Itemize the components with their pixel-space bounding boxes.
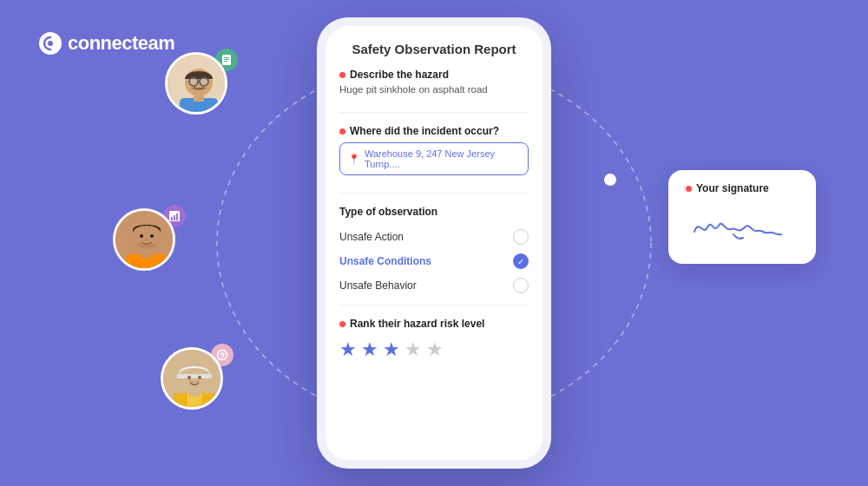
report-title: Safety Observation Report bbox=[339, 42, 529, 56]
avatar-2-image bbox=[113, 208, 175, 271]
obs-unsafe-behavior-radio[interactable] bbox=[513, 278, 529, 293]
obs-unsafe-conditions-text: Unsafe Conditions bbox=[339, 255, 431, 267]
star-1[interactable]: ★ bbox=[339, 338, 357, 361]
obs-unsafe-behavior-text: Unsafe Behavior bbox=[339, 279, 417, 292]
avatar-2 bbox=[113, 208, 182, 278]
stars-row: ★ ★ ★ ★ ★ bbox=[339, 338, 529, 361]
star-2[interactable]: ★ bbox=[361, 338, 378, 361]
avatar-1-image bbox=[165, 52, 227, 115]
svg-point-33 bbox=[187, 376, 191, 379]
svg-rect-6 bbox=[224, 61, 227, 62]
incident-dot bbox=[339, 128, 345, 135]
svg-rect-4 bbox=[224, 57, 229, 58]
incident-label: Where did the incident occur? bbox=[339, 125, 529, 137]
svg-rect-28 bbox=[174, 393, 187, 410]
logo: connecteam bbox=[38, 31, 174, 56]
obs-unsafe-conditions[interactable]: Unsafe Conditions ✓ bbox=[339, 249, 529, 273]
svg-point-25 bbox=[221, 358, 223, 359]
phone-mockup: Safety Observation Report Describe the h… bbox=[317, 17, 551, 469]
divider-1 bbox=[339, 112, 529, 113]
divider-3 bbox=[339, 305, 529, 305]
phone-screen: Safety Observation Report Describe the h… bbox=[326, 26, 542, 460]
white-dot-decoration bbox=[604, 174, 616, 186]
svg-rect-15 bbox=[171, 217, 173, 220]
divider-2 bbox=[339, 193, 529, 194]
star-5[interactable]: ★ bbox=[426, 338, 444, 361]
svg-rect-29 bbox=[201, 393, 215, 410]
svg-point-23 bbox=[150, 234, 154, 238]
avatar-1 bbox=[165, 52, 234, 122]
svg-point-11 bbox=[189, 77, 198, 86]
observation-label: Type of observation bbox=[339, 206, 529, 218]
signature-label: Your signature bbox=[686, 182, 799, 194]
svg-point-12 bbox=[200, 77, 208, 86]
svg-rect-17 bbox=[176, 213, 178, 220]
svg-rect-5 bbox=[224, 59, 229, 60]
logo-text: connecteam bbox=[68, 32, 174, 55]
signature-card: Your signature bbox=[668, 170, 816, 264]
hazard-value: Huge pit sinkhole on asphalt road bbox=[339, 84, 529, 95]
location-pin-icon: 📍 bbox=[348, 154, 360, 165]
location-field[interactable]: 📍 Warehouse 9, 247 New Jersey Turnp.... bbox=[339, 142, 529, 175]
obs-unsafe-behavior[interactable]: Unsafe Behavior bbox=[339, 273, 529, 298]
svg-point-34 bbox=[198, 376, 201, 379]
svg-rect-16 bbox=[174, 215, 175, 220]
obs-unsafe-action-radio[interactable] bbox=[513, 229, 529, 245]
rank-dot bbox=[339, 321, 345, 327]
avatar-3 bbox=[161, 347, 230, 417]
obs-unsafe-action[interactable]: Unsafe Action bbox=[339, 225, 529, 249]
svg-rect-32 bbox=[177, 374, 212, 378]
rank-label: Rank their hazard risk level bbox=[339, 318, 529, 330]
star-3[interactable]: ★ bbox=[383, 338, 400, 361]
signature-drawing bbox=[686, 201, 799, 245]
location-text: Warehouse 9, 247 New Jersey Turnp.... bbox=[365, 148, 520, 169]
svg-point-22 bbox=[140, 234, 143, 238]
avatar-3-image bbox=[161, 347, 223, 410]
obs-unsafe-action-text: Unsafe Action bbox=[339, 231, 404, 243]
hazard-label: Describe the hazard bbox=[339, 69, 529, 81]
signature-dot bbox=[686, 186, 692, 192]
hazard-dot bbox=[339, 72, 345, 78]
obs-unsafe-conditions-radio[interactable]: ✓ bbox=[513, 253, 529, 269]
star-4[interactable]: ★ bbox=[404, 338, 422, 361]
svg-point-1 bbox=[48, 41, 53, 46]
